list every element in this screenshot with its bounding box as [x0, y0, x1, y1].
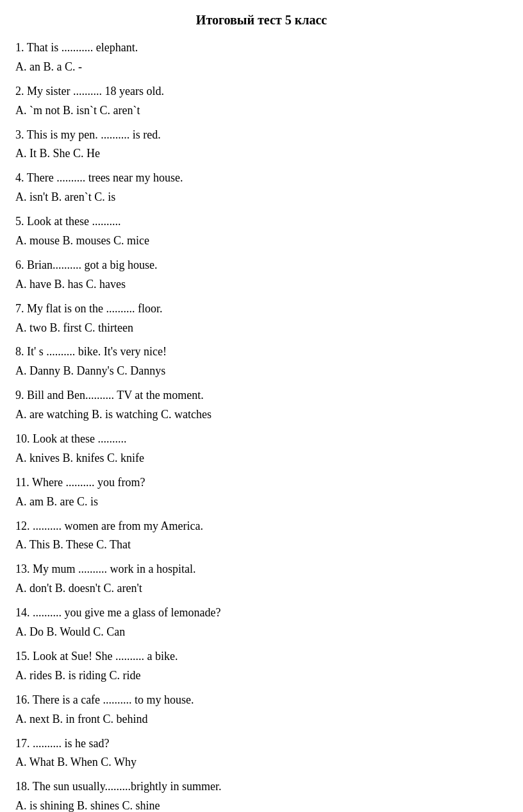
question-9: 9. Bill and Ben.......... TV at the mome…	[15, 387, 508, 405]
question-18: 18. The sun usually.........brightly in …	[15, 778, 508, 796]
answers-13: A. don't B. doesn't C. aren't	[15, 580, 508, 598]
answers-7: A. two B. first C. thirteen	[15, 319, 508, 337]
answers-9: A. are watching B. is watching C. watche…	[15, 406, 508, 424]
answers-17: A. What B. When C. Why	[15, 754, 508, 772]
question-8: 8. It' s .......... bike. It's very nice…	[15, 343, 508, 361]
answers-5: A. mouse B. mouses C. mice	[15, 232, 508, 250]
question-11: 11. Where .......... you from?	[15, 474, 508, 492]
answers-4: A. isn't B. aren`t C. is	[15, 189, 508, 207]
question-12: 12. .......... women are from my America…	[15, 518, 508, 536]
question-3: 3. This is my pen. .......... is red.	[15, 126, 508, 144]
answers-16: A. next B. in front C. behind	[15, 711, 508, 729]
question-7: 7. My flat is on the .......... floor.	[15, 300, 508, 318]
question-16: 16. There is a cafe .......... to my hou…	[15, 691, 508, 709]
question-6: 6. Brian.......... got a big house.	[15, 257, 508, 275]
answers-1: A. an B. a C. -	[15, 58, 508, 76]
answers-15: A. rides B. is riding C. ride	[15, 667, 508, 685]
answers-2: A. `m not B. isn`t C. aren`t	[15, 102, 508, 120]
answers-11: A. am B. are C. is	[15, 493, 508, 511]
question-4: 4. There .......... trees near my house.	[15, 169, 508, 187]
question-10: 10. Look at these ..........	[15, 430, 508, 448]
question-1: 1. That is ........... elephant.	[15, 39, 508, 57]
answers-3: A. It B. She C. He	[15, 145, 508, 163]
answers-14: A. Do B. Would C. Can	[15, 623, 508, 641]
question-13: 13. My mum .......... work in a hospital…	[15, 561, 508, 579]
answers-10: A. knives B. knifes C. knife	[15, 450, 508, 468]
question-17: 17. .......... is he sad?	[15, 735, 508, 753]
answers-6: A. have B. has C. haves	[15, 276, 508, 294]
question-5: 5. Look at these ..........	[15, 213, 508, 231]
answers-12: A. This B. These C. That	[15, 536, 508, 554]
question-15: 15. Look at Sue! She .......... a bike.	[15, 648, 508, 666]
page-title: Итоговый тест 5 класс	[15, 13, 508, 28]
answers-18: A. is shining B. shines C. shine	[15, 797, 508, 812]
answers-8: A. Danny B. Danny's C. Dannys	[15, 362, 508, 380]
question-2: 2. My sister .......... 18 years old.	[15, 83, 508, 101]
question-14: 14. .......... you give me a glass of le…	[15, 604, 508, 622]
